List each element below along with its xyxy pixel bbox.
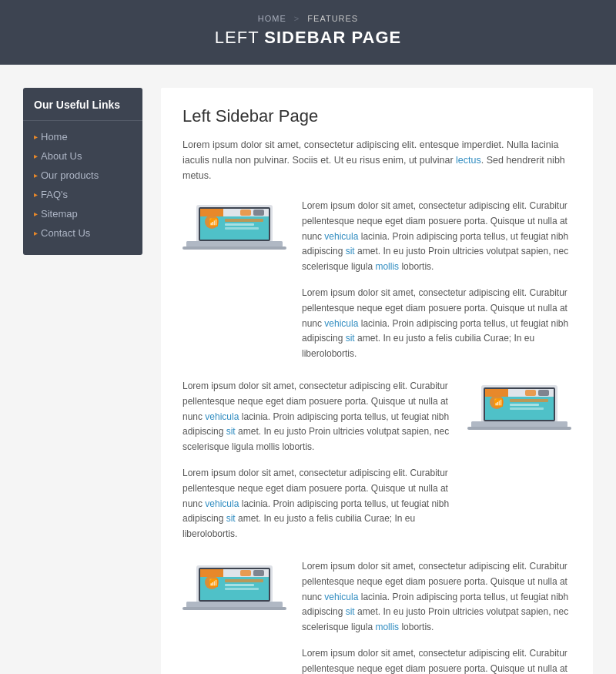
- content-title: Left Sidebar Page: [182, 106, 571, 126]
- sidebar-item-sitemap[interactable]: Sitemap: [23, 204, 142, 223]
- content-block-1: 📶 Lorem ipsum dolor sit amet, consectetu…: [182, 199, 571, 362]
- svg-rect-41: [225, 584, 254, 586]
- sidebar-title: Our Useful Links: [23, 99, 142, 121]
- svg-rect-13: [186, 241, 283, 247]
- sidebar-item-home[interactable]: Home: [23, 127, 142, 146]
- sidebar-link-sitemap[interactable]: Sitemap: [34, 208, 132, 220]
- block3-para1: Lorem ipsum dolor sit amet, consectetur …: [302, 559, 571, 635]
- block-text-2: Lorem ipsum dolor sit amet, consectetur …: [182, 379, 452, 542]
- sidebar-item-about[interactable]: About Us: [23, 146, 142, 166]
- svg-rect-14: [182, 246, 286, 250]
- block2-para2: Lorem ipsum dolor sit amet, consectetur …: [182, 466, 452, 542]
- sidebar-nav: Home About Us Our products FAQ's Sitemap…: [23, 121, 142, 243]
- sidebar-link-products[interactable]: Our products: [34, 169, 132, 181]
- laptop-image-2: 📶: [467, 379, 571, 451]
- svg-rect-22: [538, 390, 549, 396]
- sidebar-link-about[interactable]: About Us: [34, 150, 132, 162]
- sidebar-link-home[interactable]: Home: [34, 131, 132, 143]
- block1-para2: Lorem ipsum dolor sit amet, consectetur …: [302, 286, 571, 362]
- svg-rect-44: [182, 607, 286, 610]
- sidebar-item-products[interactable]: Our products: [23, 166, 142, 185]
- svg-rect-12: [225, 227, 259, 230]
- breadcrumb: HOME > FEATURES: [0, 14, 616, 23]
- svg-rect-25: [510, 399, 548, 402]
- page-header: HOME > FEATURES LEFT SIDEBAR PAGE: [0, 0, 616, 65]
- block-text-1: Lorem ipsum dolor sit amet, consectetur …: [302, 199, 571, 362]
- svg-rect-27: [510, 407, 544, 410]
- laptop-image-3: 📶: [182, 559, 286, 632]
- svg-rect-6: [240, 210, 251, 216]
- page-title: LEFT SIDEBAR PAGE: [0, 28, 616, 48]
- svg-rect-40: [225, 579, 263, 582]
- intro-paragraph: Lorem ipsum dolor sit amet, consectetur …: [182, 137, 571, 183]
- svg-rect-43: [186, 602, 283, 608]
- sidebar-box: Our Useful Links Home About Us Our produ…: [23, 88, 142, 255]
- breadcrumb-separator: >: [294, 14, 300, 23]
- svg-rect-21: [525, 390, 536, 396]
- intro-link[interactable]: lectus: [456, 155, 481, 166]
- sidebar-item-contact[interactable]: Contact Us: [23, 223, 142, 243]
- sidebar: Our Useful Links Home About Us Our produ…: [23, 88, 142, 674]
- svg-rect-26: [510, 404, 539, 406]
- content-block-2: 📶 Lorem ipsum dolor sit amet, consectetu…: [182, 379, 571, 542]
- svg-rect-7: [253, 210, 264, 216]
- breadcrumb-home[interactable]: HOME: [258, 14, 286, 23]
- sidebar-item-faq[interactable]: FAQ's: [23, 185, 142, 204]
- block3-para2: Lorem ipsum dolor sit amet, consectetur …: [302, 646, 571, 674]
- svg-text:📶: 📶: [209, 217, 219, 227]
- svg-rect-29: [467, 427, 571, 430]
- svg-rect-42: [225, 588, 259, 590]
- block1-para1: Lorem ipsum dolor sit amet, consectetur …: [302, 199, 571, 275]
- sidebar-link-contact[interactable]: Contact Us: [34, 227, 132, 239]
- svg-rect-10: [225, 219, 263, 222]
- laptop-image-1: 📶: [182, 199, 286, 271]
- svg-rect-36: [240, 570, 251, 576]
- main-container: Our Useful Links Home About Us Our produ…: [0, 65, 616, 674]
- block2-para1: Lorem ipsum dolor sit amet, consectetur …: [182, 379, 452, 455]
- main-content: Left Sidebar Page Lorem ipsum dolor sit …: [161, 88, 593, 674]
- svg-rect-37: [253, 570, 264, 576]
- svg-text:📶: 📶: [209, 578, 219, 588]
- block-text-3: Lorem ipsum dolor sit amet, consectetur …: [302, 559, 571, 674]
- content-block-3: 📶 Lorem ipsum dolor sit amet, consectetu…: [182, 559, 571, 674]
- svg-text:📶: 📶: [494, 397, 504, 407]
- sidebar-link-faq[interactable]: FAQ's: [34, 189, 132, 200]
- breadcrumb-current: FEATURES: [307, 14, 358, 23]
- svg-rect-28: [471, 421, 567, 428]
- svg-rect-11: [225, 223, 254, 226]
